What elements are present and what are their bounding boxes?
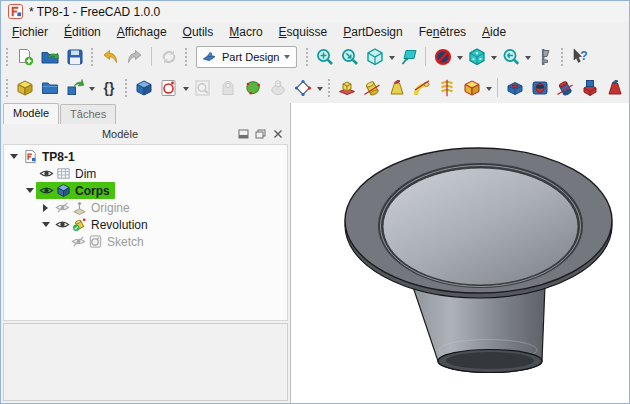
zoom-tools-dropdown[interactable] bbox=[523, 44, 532, 69]
draw-style-dropdown[interactable] bbox=[455, 44, 464, 69]
pocket-button[interactable] bbox=[502, 75, 527, 100]
subtractive-pipe-button[interactable] bbox=[577, 75, 602, 100]
draw-style-button[interactable] bbox=[430, 44, 455, 69]
new-document-button[interactable] bbox=[12, 44, 37, 69]
measure-button[interactable] bbox=[532, 44, 557, 69]
menu-aide[interactable]: Aide bbox=[474, 23, 514, 41]
expander-icon[interactable] bbox=[23, 184, 36, 197]
zoom-tools-icon bbox=[501, 47, 521, 67]
fit-selection-button[interactable] bbox=[337, 44, 362, 69]
view-cube-dropdown[interactable] bbox=[489, 44, 498, 69]
toolbar-drag-handle[interactable] bbox=[5, 47, 9, 67]
fit-all-button[interactable] bbox=[312, 44, 337, 69]
redo-button[interactable] bbox=[122, 44, 147, 69]
tab-taches[interactable]: Tâches bbox=[60, 104, 116, 124]
menu-partdesign[interactable]: PartDesign bbox=[335, 23, 410, 41]
create-sketch-button[interactable] bbox=[156, 75, 181, 100]
tree-label: TP8-1 bbox=[40, 150, 77, 164]
additive-helix-button[interactable] bbox=[434, 75, 459, 100]
refresh-button[interactable] bbox=[156, 44, 181, 69]
main-area: Modèle Tâches Modèle TP8-1 bbox=[1, 103, 629, 403]
menu-fichier[interactable]: Fichier bbox=[4, 23, 56, 41]
create-part-button[interactable] bbox=[12, 75, 37, 100]
reorient-sketch-button[interactable] bbox=[265, 75, 290, 100]
funnel-model[interactable] bbox=[345, 148, 612, 373]
toolbar-drag-handle[interactable] bbox=[305, 47, 309, 67]
toolbar-drag-handle[interactable] bbox=[184, 47, 188, 67]
menu-outils[interactable]: Outils bbox=[175, 23, 222, 41]
view-cube-button[interactable] bbox=[464, 44, 489, 69]
tab-modele[interactable]: Modèle bbox=[3, 103, 59, 124]
redo-icon bbox=[125, 47, 145, 67]
3d-viewport[interactable] bbox=[291, 103, 629, 403]
menu-affichage[interactable]: Affichage bbox=[109, 23, 175, 41]
zoom-tools-button[interactable] bbox=[498, 44, 523, 69]
toolbar-drag-handle[interactable] bbox=[124, 78, 128, 98]
tree-row-dim[interactable]: Dim bbox=[4, 165, 287, 182]
view-isometric-dropdown[interactable] bbox=[387, 44, 396, 69]
revolution-button[interactable] bbox=[359, 75, 384, 100]
create-variable-set-button[interactable]: {} bbox=[96, 75, 121, 100]
datum-tools-button[interactable] bbox=[290, 75, 315, 100]
additive-primitive-dropdown[interactable] bbox=[484, 75, 493, 100]
merge-sketches-button[interactable] bbox=[215, 75, 240, 100]
validate-sketch-button[interactable] bbox=[190, 75, 215, 100]
tree-row-revolution[interactable]: Revolution bbox=[4, 216, 287, 233]
eye-open-icon[interactable] bbox=[39, 166, 54, 181]
create-group-button[interactable] bbox=[37, 75, 62, 100]
new-document-icon bbox=[15, 47, 35, 67]
map-sketch-to-face-icon bbox=[243, 78, 263, 98]
expander-icon[interactable] bbox=[7, 150, 20, 163]
create-body-button[interactable] bbox=[131, 75, 156, 100]
panel-float-button[interactable] bbox=[252, 127, 269, 142]
hole-button[interactable] bbox=[527, 75, 552, 100]
additive-loft-button[interactable] bbox=[384, 75, 409, 100]
save-document-button[interactable] bbox=[62, 44, 87, 69]
pocket-icon bbox=[505, 78, 525, 98]
toolbar-standard: Part Design ? bbox=[1, 41, 629, 72]
menu-macro[interactable]: Macro bbox=[221, 23, 270, 41]
make-link-button[interactable] bbox=[62, 75, 87, 100]
eye-crossed-icon[interactable] bbox=[55, 200, 70, 215]
toolbar-drag-handle[interactable] bbox=[90, 47, 94, 67]
open-document-button[interactable] bbox=[37, 44, 62, 69]
eye-crossed-icon[interactable] bbox=[71, 234, 86, 249]
additive-primitive-button[interactable] bbox=[459, 75, 484, 100]
subtractive-loft-button[interactable] bbox=[602, 75, 627, 100]
make-link-dropdown[interactable] bbox=[87, 75, 96, 100]
property-panel[interactable] bbox=[3, 323, 288, 401]
origin-icon bbox=[72, 200, 87, 215]
whats-this-button[interactable]: ? bbox=[567, 44, 592, 69]
panel-dock-button[interactable] bbox=[235, 127, 252, 142]
toolbar-drag-handle[interactable] bbox=[327, 78, 331, 98]
groove-button[interactable] bbox=[552, 75, 577, 100]
tree-row-document[interactable]: TP8-1 bbox=[4, 148, 287, 165]
additive-pipe-button[interactable] bbox=[409, 75, 434, 100]
menu-fenetres[interactable]: Fenêtres bbox=[411, 23, 474, 41]
datum-tools-dropdown[interactable] bbox=[315, 75, 324, 100]
tree-row-origin[interactable]: Origine bbox=[4, 199, 287, 216]
eye-open-icon[interactable] bbox=[55, 217, 70, 232]
menu-edition[interactable]: Édition bbox=[56, 23, 109, 41]
box-zoom-icon bbox=[399, 47, 419, 67]
create-sketch-dropdown[interactable] bbox=[181, 75, 190, 100]
close-icon bbox=[273, 129, 283, 139]
map-sketch-to-face-button[interactable] bbox=[240, 75, 265, 100]
pad-button[interactable] bbox=[334, 75, 359, 100]
eye-open-icon[interactable] bbox=[39, 183, 54, 198]
expander-icon[interactable] bbox=[39, 204, 52, 212]
view-isometric-button[interactable] bbox=[362, 44, 387, 69]
tree-row-body[interactable]: Corps bbox=[4, 182, 287, 199]
toolbar-drag-handle[interactable] bbox=[5, 78, 9, 98]
box-zoom-button[interactable] bbox=[396, 44, 421, 69]
refresh-icon bbox=[159, 47, 179, 67]
undo-button[interactable] bbox=[97, 44, 122, 69]
expander-icon[interactable] bbox=[39, 218, 52, 231]
toolbar-drag-handle[interactable] bbox=[560, 47, 564, 67]
dock-icon bbox=[238, 129, 249, 139]
panel-close-button[interactable] bbox=[269, 127, 286, 142]
tree-row-sketch[interactable]: Sketch bbox=[4, 233, 287, 250]
menu-esquisse[interactable]: Esquisse bbox=[271, 23, 336, 41]
workbench-selector[interactable]: Part Design bbox=[196, 46, 297, 68]
subtractive-loft-icon bbox=[605, 78, 625, 98]
